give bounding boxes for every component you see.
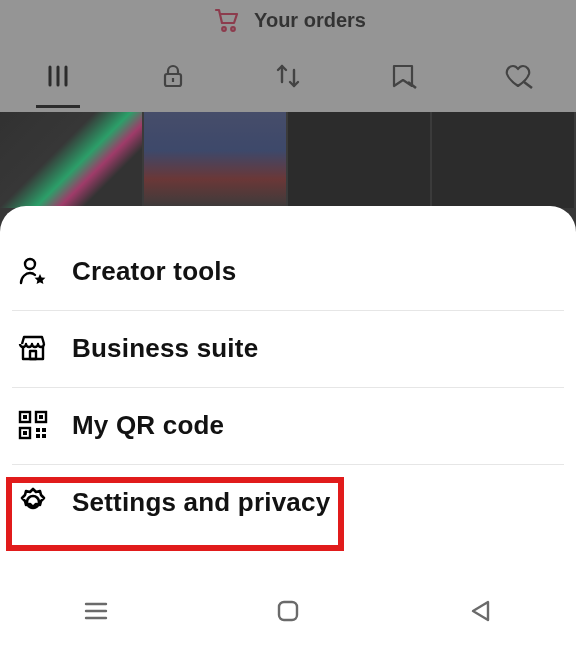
menu-item-settings-privacy[interactable]: Settings and privacy — [12, 465, 564, 541]
menu-item-label: Settings and privacy — [72, 487, 330, 518]
svg-rect-16 — [23, 431, 27, 435]
nav-recents-button[interactable] — [68, 583, 124, 639]
svg-rect-17 — [36, 428, 40, 432]
svg-rect-14 — [39, 415, 43, 419]
menu-item-label: Creator tools — [72, 256, 236, 287]
svg-rect-18 — [42, 428, 46, 432]
svg-rect-12 — [23, 415, 27, 419]
screen-root: Your orders — [0, 0, 576, 651]
menu-item-qr-code[interactable]: My QR code — [12, 388, 564, 465]
qr-code-icon — [16, 408, 50, 442]
svg-point-9 — [25, 259, 35, 269]
nav-back-button[interactable] — [452, 583, 508, 639]
menu-item-label: My QR code — [72, 410, 224, 441]
svg-rect-20 — [42, 434, 46, 438]
menu-item-label: Business suite — [72, 333, 258, 364]
gear-icon — [16, 485, 50, 519]
svg-rect-10 — [30, 351, 36, 359]
svg-rect-25 — [279, 602, 297, 620]
menu-item-business-suite[interactable]: Business suite — [12, 311, 564, 388]
svg-rect-19 — [36, 434, 40, 438]
person-star-icon — [16, 254, 50, 288]
system-nav-bar — [0, 571, 576, 651]
storefront-icon — [16, 331, 50, 365]
menu-item-creator-tools[interactable]: Creator tools — [12, 234, 564, 311]
nav-home-button[interactable] — [260, 583, 316, 639]
